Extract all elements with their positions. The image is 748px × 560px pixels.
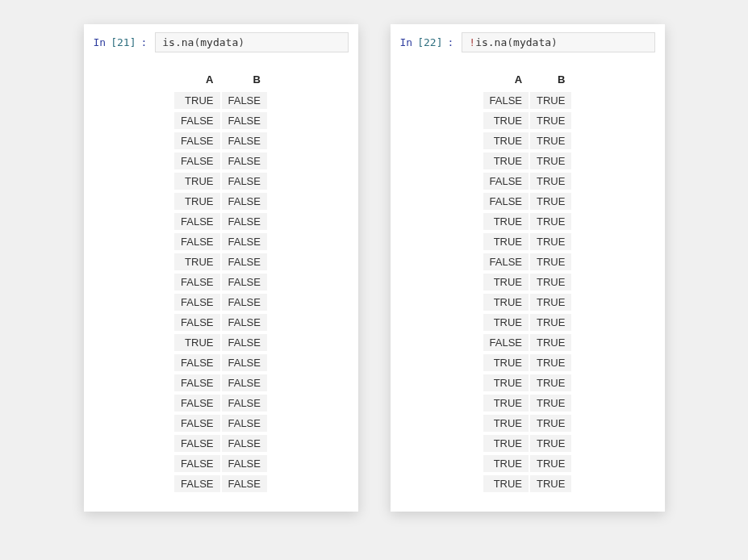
table-row: TRUETRUE (483, 415, 572, 432)
table-cell: FALSE (222, 92, 267, 109)
table-row: TRUETRUE (483, 455, 572, 472)
table-cell: TRUE (530, 213, 571, 230)
table-row: FALSEFALSE (174, 455, 267, 472)
table-cell: FALSE (222, 314, 267, 331)
table-cell: TRUE (530, 253, 571, 270)
table-cell: FALSE (222, 455, 267, 472)
col-header-a: A (174, 70, 219, 89)
table-cell: FALSE (174, 455, 219, 472)
table-row: FALSETRUE (483, 253, 572, 270)
table-row: TRUETRUE (483, 354, 572, 371)
table-cell: FALSE (222, 193, 267, 210)
output-table: A B TRUEFALSEFALSEFALSEFALSEFALSEFALSEFA… (84, 61, 358, 512)
code-prefix: ! (469, 36, 475, 48)
table-cell: FALSE (222, 475, 267, 492)
code-input[interactable]: is.na(mydata) (155, 32, 348, 52)
table-cell: TRUE (483, 415, 529, 432)
table-cell: TRUE (530, 475, 571, 492)
table-cell: FALSE (483, 253, 529, 270)
table-row: FALSEFALSE (174, 475, 267, 492)
table-row: FALSEFALSE (174, 213, 267, 230)
in-colon: : (140, 36, 147, 48)
table-cell: FALSE (222, 294, 267, 311)
table-row: FALSETRUE (483, 193, 572, 210)
col-header-a: A (483, 70, 529, 89)
table-row: FALSEFALSE (174, 132, 267, 149)
table-cell: TRUE (174, 193, 219, 210)
table-cell: TRUE (483, 314, 529, 331)
table-row: FALSEFALSE (174, 374, 267, 391)
table-cell: TRUE (530, 193, 571, 210)
table-cell: TRUE (483, 435, 529, 452)
table-cell: TRUE (174, 253, 219, 270)
table-cell: FALSE (174, 314, 219, 331)
table-cell: TRUE (174, 173, 219, 190)
table-cell: TRUE (530, 395, 571, 412)
table-cell: FALSE (174, 354, 219, 371)
table-cell: FALSE (222, 233, 267, 250)
table-row: TRUEFALSE (174, 334, 267, 351)
table-cell: FALSE (483, 334, 529, 351)
code-func: is.na (475, 36, 507, 48)
code-func: is.na (162, 36, 194, 48)
table-cell: FALSE (174, 132, 219, 149)
table-header: A B (174, 70, 267, 89)
table-cell: FALSE (174, 294, 219, 311)
table-cell: FALSE (174, 153, 219, 169)
table-cell: TRUE (530, 92, 571, 109)
in-colon: : (447, 36, 453, 48)
table-cell: FALSE (222, 334, 267, 351)
table-cell: FALSE (174, 415, 219, 432)
in-number: [21] (111, 36, 136, 48)
table-cell: FALSE (222, 132, 267, 149)
table-row: FALSEFALSE (174, 395, 267, 412)
data-table-right: A B FALSETRUETRUETRUETRUETRUETRUETRUEFAL… (482, 67, 574, 495)
table-row: TRUETRUE (483, 233, 572, 250)
table-row: TRUETRUE (483, 213, 572, 230)
table-cell: FALSE (174, 233, 219, 250)
table-cell: TRUE (530, 455, 571, 472)
table-cell: FALSE (174, 112, 219, 129)
table-row: FALSETRUE (483, 173, 572, 190)
paren-close: ) (551, 36, 558, 48)
table-cell: TRUE (530, 374, 571, 391)
table-cell: TRUE (530, 112, 571, 129)
table-row: TRUETRUE (483, 294, 572, 311)
table-cell: FALSE (222, 395, 267, 412)
table-cell: TRUE (530, 294, 571, 311)
cell-header: In [21] : is.na(mydata) (84, 24, 358, 61)
cell-header: In [22] : !is.na(mydata) (391, 24, 665, 61)
table-body: FALSETRUETRUETRUETRUETRUETRUETRUEFALSETR… (483, 92, 572, 492)
table-row: TRUETRUE (483, 132, 572, 149)
table-cell: TRUE (483, 374, 529, 391)
in-label: In (94, 36, 107, 48)
table-cell: TRUE (483, 153, 529, 169)
table-row: TRUETRUE (483, 395, 572, 412)
table-cell: FALSE (222, 112, 267, 129)
table-row: TRUETRUE (483, 153, 572, 169)
table-cell: TRUE (530, 435, 571, 452)
table-cell: TRUE (530, 132, 571, 149)
table-cell: FALSE (222, 173, 267, 190)
table-row: TRUETRUE (483, 374, 572, 391)
output-table: A B FALSETRUETRUETRUETRUETRUETRUETRUEFAL… (391, 61, 665, 512)
col-header-b: B (222, 70, 267, 89)
in-label: In (400, 36, 413, 48)
table-cell: TRUE (483, 395, 529, 412)
table-cell: FALSE (222, 374, 267, 391)
paren-open: ( (507, 36, 513, 48)
table-cell: TRUE (174, 334, 219, 351)
table-row: TRUEFALSE (174, 193, 267, 210)
code-input[interactable]: !is.na(mydata) (462, 32, 654, 52)
table-cell: TRUE (483, 132, 529, 149)
paren-close: ) (238, 36, 244, 48)
table-row: FALSEFALSE (174, 153, 267, 169)
table-row: FALSEFALSE (174, 435, 267, 452)
table-row: TRUETRUE (483, 314, 572, 331)
table-cell: TRUE (530, 334, 571, 351)
table-cell: TRUE (483, 213, 529, 230)
table-cell: FALSE (222, 274, 267, 290)
table-cell: TRUE (530, 415, 571, 432)
table-row: FALSEFALSE (174, 294, 267, 311)
table-cell: TRUE (483, 294, 529, 311)
